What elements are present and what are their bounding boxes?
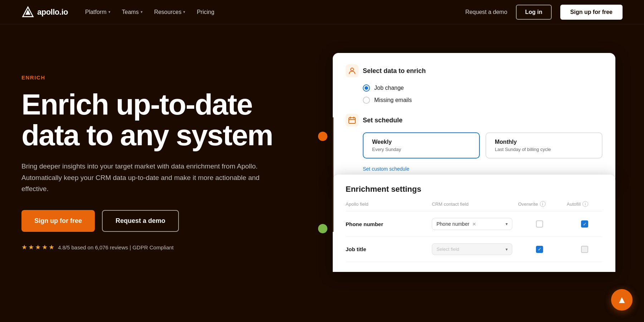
- schedule-section: Set schedule Weekly Every Sunday Monthly…: [346, 114, 602, 172]
- star-3: ★: [35, 243, 41, 251]
- jobtitle-autofill-cell: [567, 246, 602, 253]
- jobtitle-field-label: Job title: [346, 246, 426, 252]
- hero-subtitle: Bring deeper insights into your target m…: [21, 161, 265, 194]
- phone-overwrite-cell: [518, 220, 561, 228]
- star-4: ★: [42, 243, 48, 251]
- schedule-header: Set schedule: [346, 114, 602, 127]
- phone-field-label: Phone number: [346, 221, 426, 227]
- card-enrich: Select data to enrich Job change Missing…: [333, 53, 615, 184]
- login-button[interactable]: Log in: [516, 5, 552, 20]
- enrich-section-header: Select data to enrich: [346, 64, 602, 77]
- phone-crm-select[interactable]: Phone number ✕ ▾: [432, 218, 512, 230]
- signup-nav-button[interactable]: Sign up for free: [560, 5, 623, 20]
- nav-platform[interactable]: Platform ▾: [85, 9, 111, 15]
- table-row-jobtitle: Job title Select field ▾ ✓: [346, 237, 602, 262]
- radio-missing-emails[interactable]: Missing emails: [363, 97, 602, 104]
- navbar-right: Request a demo Log in Sign up for free: [465, 5, 623, 20]
- schedule-options: Weekly Every Sunday Monthly Last Sunday …: [363, 132, 602, 158]
- col-autofill: Autofill i: [567, 201, 602, 207]
- fab-icon: ▲: [617, 294, 627, 306]
- svg-point-2: [351, 68, 353, 71]
- hero-right: Select data to enrich Job change Missing…: [322, 53, 615, 303]
- phone-overwrite-checkbox[interactable]: [536, 220, 543, 228]
- settings-title: Enrichment settings: [346, 185, 602, 194]
- table-row-phone: Phone number Phone number ✕ ▾ ✓: [346, 211, 602, 237]
- select-data-title: Select data to enrich: [363, 67, 426, 75]
- radio-group: Job change Missing emails: [363, 84, 602, 104]
- autofill-info-icon: i: [582, 201, 588, 207]
- radio-job-change[interactable]: Job change: [363, 84, 602, 92]
- star-1: ★: [21, 243, 27, 251]
- hero-title: Enrich up-to-date data to any system: [21, 89, 308, 151]
- phone-autofill-cell: ✓: [567, 220, 602, 228]
- rating-text: 4.8/5 based on 6,076 reviews | GDPR Comp…: [58, 244, 174, 250]
- nav-teams[interactable]: Teams ▾: [122, 9, 143, 15]
- jobtitle-crm-select[interactable]: Select field ▾: [432, 243, 512, 255]
- hero-rating: ★ ★ ★ ★ ★ 4.8/5 based on 6,076 reviews |…: [21, 243, 308, 251]
- jobtitle-autofill-checkbox[interactable]: [581, 246, 588, 253]
- fab-button[interactable]: ▲: [611, 289, 633, 311]
- stars: ★ ★ ★ ★ ★: [21, 243, 54, 251]
- calendar-icon: [346, 114, 358, 127]
- jobtitle-chevron-icon: ▾: [506, 247, 508, 252]
- schedule-title: Set schedule: [363, 117, 402, 124]
- jobtitle-overwrite-checkbox[interactable]: ✓: [536, 246, 543, 253]
- phone-autofill-checkbox[interactable]: ✓: [581, 220, 588, 228]
- teams-chevron-icon: ▾: [141, 10, 143, 14]
- connector-line: [332, 117, 333, 232]
- jobtitle-overwrite-cell: ✓: [518, 246, 561, 253]
- logo[interactable]: apollo.io: [21, 6, 68, 19]
- set-custom-schedule-link[interactable]: Set custom schedule: [363, 166, 409, 172]
- request-demo-link[interactable]: Request a demo: [465, 9, 507, 15]
- hero-left: ENRICH Enrich up-to-date data to any sys…: [21, 53, 308, 251]
- settings-table-header: Apollo field CRM contact field Overwrite…: [346, 201, 602, 211]
- card-settings: Enrichment settings Apollo field CRM con…: [333, 175, 615, 272]
- col-overwrite: Overwrite i: [518, 201, 561, 207]
- col-crm-field: CRM contact field: [432, 201, 512, 207]
- platform-chevron-icon: ▾: [108, 10, 111, 14]
- person-icon: [346, 64, 358, 77]
- radio-job-change-indicator: [363, 84, 370, 92]
- schedule-monthly[interactable]: Monthly Last Sunday of billing cycle: [486, 132, 602, 158]
- logo-icon: [21, 6, 34, 19]
- connector-dot-green: [318, 224, 327, 233]
- logo-text: apollo.io: [37, 8, 68, 17]
- crm-select-chevron-icon: ▾: [506, 221, 508, 226]
- star-5: ★: [49, 243, 54, 251]
- svg-rect-3: [349, 118, 355, 123]
- demo-hero-button[interactable]: Request a demo: [102, 210, 179, 232]
- navbar: apollo.io Platform ▾ Teams ▾ Resources ▾…: [0, 0, 644, 24]
- navbar-left: apollo.io Platform ▾ Teams ▾ Resources ▾…: [21, 6, 214, 19]
- signup-hero-button[interactable]: Sign up for free: [21, 210, 95, 232]
- col-apollo-field: Apollo field: [346, 201, 426, 207]
- hero-tag: ENRICH: [21, 74, 308, 80]
- resources-chevron-icon: ▾: [183, 10, 185, 14]
- overwrite-info-icon: i: [540, 201, 546, 207]
- nav-resources[interactable]: Resources ▾: [154, 9, 185, 15]
- crm-select-clear-icon[interactable]: ✕: [472, 221, 476, 227]
- nav-pricing[interactable]: Pricing: [197, 9, 214, 15]
- radio-missing-emails-indicator: [363, 97, 370, 104]
- nav-links: Platform ▾ Teams ▾ Resources ▾ Pricing: [85, 9, 214, 15]
- connector-dot-orange: [318, 132, 327, 141]
- star-2: ★: [28, 243, 34, 251]
- schedule-weekly[interactable]: Weekly Every Sunday: [363, 132, 480, 158]
- hero-buttons: Sign up for free Request a demo: [21, 210, 308, 232]
- hero-section: ENRICH Enrich up-to-date data to any sys…: [0, 24, 644, 322]
